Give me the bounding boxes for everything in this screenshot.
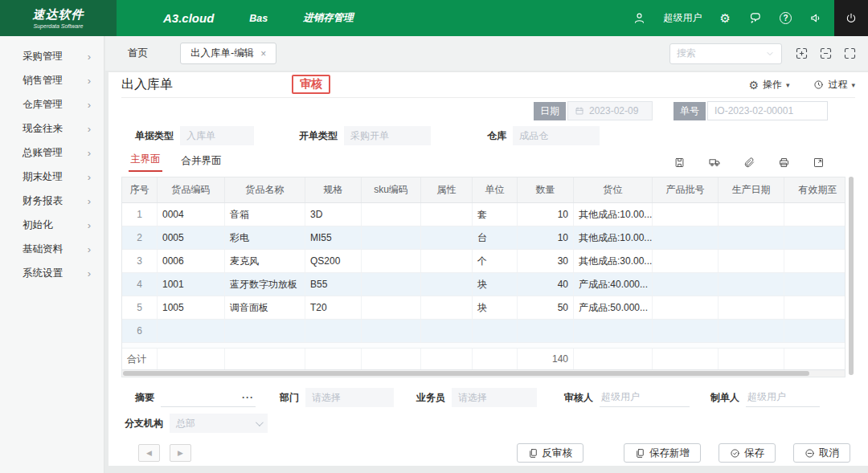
- table-cell: [784, 203, 845, 226]
- user-icon[interactable]: [633, 11, 646, 25]
- announcement-speaker-icon[interactable]: [809, 11, 823, 25]
- sidebar-item-label: 期末处理: [23, 170, 63, 184]
- table-cell: 1005: [158, 296, 225, 319]
- actions-dropdown[interactable]: ⚙ 操作 ▾: [748, 78, 789, 92]
- sidebar-item[interactable]: 仓库管理›: [0, 92, 104, 116]
- table-row[interactable]: 30006麦克风QS200个30其他成品:30.00...: [122, 250, 845, 273]
- save-button[interactable]: 保存: [719, 443, 776, 463]
- table-cell: [574, 349, 653, 369]
- table-row[interactable]: 20005彩电MI55台10其他成品:10.00...: [122, 226, 845, 250]
- sidebar-item[interactable]: 基础资料›: [0, 237, 104, 261]
- table-cell: [305, 320, 362, 342]
- warehouse-label: 仓库: [487, 129, 506, 143]
- help-icon[interactable]: ?: [780, 12, 792, 24]
- table-row[interactable]: 51005调音面板T20块50产成品:50.000...: [122, 296, 845, 320]
- column-header: 数量: [518, 177, 574, 202]
- horizontal-scrollbar-thumb[interactable]: [123, 371, 809, 376]
- sidebar-item[interactable]: 总账管理›: [0, 141, 104, 165]
- app-logo[interactable]: 速达软件 Superdata Software: [0, 0, 117, 36]
- tab-merged-view[interactable]: 合并界面: [180, 154, 223, 172]
- column-header: 规格: [305, 177, 362, 202]
- attachment-paperclip-icon[interactable]: [743, 157, 755, 169]
- delivery-truck-icon[interactable]: [708, 156, 721, 169]
- date-field[interactable]: 2023-02-09: [567, 101, 653, 120]
- table-cell: [518, 320, 574, 342]
- table-cell: [158, 349, 225, 369]
- table-cell: [421, 349, 473, 369]
- sidebar-item[interactable]: 期末处理›: [0, 165, 104, 189]
- logout-power-button[interactable]: [834, 0, 868, 36]
- auditor-input[interactable]: 超级用户: [600, 388, 690, 407]
- table-cell: 麦克风: [225, 250, 305, 272]
- next-record-button[interactable]: ▶: [170, 444, 191, 462]
- sidebar-item-label: 初始化: [23, 218, 53, 232]
- branch-select[interactable]: 总部: [170, 414, 268, 433]
- tab-home[interactable]: 首页: [128, 47, 148, 60]
- calendar-icon: [575, 106, 584, 116]
- current-username[interactable]: 超级用户: [664, 11, 702, 25]
- table-cell: [784, 296, 845, 319]
- table-cell: [784, 250, 845, 272]
- menu-search-select[interactable]: 搜索: [669, 43, 782, 64]
- table-cell: 块: [473, 273, 518, 296]
- table-cell: 140: [518, 349, 574, 369]
- document-copy-icon: [528, 448, 538, 459]
- sidebar-item[interactable]: 财务报表›: [0, 189, 104, 213]
- table-row[interactable]: 10004音箱3D套10其他成品:10.00...: [122, 203, 845, 226]
- tab-main-view[interactable]: 主界面: [129, 153, 162, 172]
- sidebar-item[interactable]: 销售管理›: [0, 68, 104, 92]
- table-cell: 其他成品:30.00...: [574, 250, 653, 272]
- expand-icon[interactable]: [813, 157, 825, 169]
- order-type-field[interactable]: 采购开单: [344, 126, 431, 145]
- settings-gear-icon[interactable]: ⚙: [720, 12, 731, 24]
- creator-input[interactable]: 超级用户: [746, 388, 820, 407]
- table-cell: 套: [473, 203, 518, 226]
- save-draft-icon[interactable]: [674, 157, 686, 169]
- print-icon[interactable]: [778, 157, 790, 169]
- tab-close-icon[interactable]: ×: [260, 48, 266, 59]
- fullscreen-icon[interactable]: [843, 47, 857, 60]
- table-cell: [719, 296, 784, 319]
- zoom-out-frame-icon[interactable]: [819, 47, 833, 60]
- table-cell: [653, 226, 719, 249]
- salesperson-select[interactable]: 请选择: [452, 388, 537, 407]
- table-cell: [784, 226, 845, 249]
- top-nav-bas[interactable]: Bas: [249, 13, 268, 24]
- vertical-scrollbar[interactable]: [849, 177, 854, 375]
- sidebar-item[interactable]: 初始化›: [0, 213, 104, 237]
- summary-input[interactable]: ···: [161, 388, 256, 407]
- process-dropdown[interactable]: 过程 ▾: [813, 78, 855, 92]
- table-cell: MI55: [305, 226, 362, 249]
- table-cell: 6: [122, 320, 158, 342]
- chevron-down-icon: [256, 418, 264, 426]
- docnumber-field[interactable]: IO-2023-02-00001: [707, 101, 828, 120]
- auditor-label: 审核人: [564, 391, 593, 405]
- table-cell: 4: [122, 273, 158, 296]
- table-row[interactable]: 41001蓝牙数字功放板B55块40产成品:40.000...: [122, 273, 845, 296]
- chat-icon[interactable]: [748, 11, 762, 25]
- table-cell: [421, 250, 473, 272]
- document-panel: 出入库单 审核 ⚙ 操作 ▾ 过程 ▾ 日期 2023-02-09 单号 IO-…: [108, 72, 868, 466]
- table-cell: 3: [122, 250, 158, 272]
- prev-record-button[interactable]: ◀: [138, 444, 160, 462]
- chevron-right-icon: ›: [88, 195, 91, 207]
- vertical-scrollbar-thumb[interactable]: [849, 177, 854, 375]
- zoom-in-frame-icon[interactable]: [795, 47, 809, 60]
- sidebar-item[interactable]: 采购管理›: [0, 44, 104, 68]
- table-row[interactable]: 6: [122, 320, 845, 343]
- product-name: A3.cloud: [163, 11, 214, 25]
- tab-active-document[interactable]: 出入库单-编辑 ×: [180, 43, 276, 64]
- table-cell: 5: [122, 296, 158, 319]
- warehouse-field[interactable]: 成品仓: [513, 126, 600, 145]
- cancel-button[interactable]: 取消: [793, 443, 850, 463]
- table-cell: [421, 320, 473, 342]
- unaudit-button[interactable]: 反审核: [517, 443, 584, 463]
- sidebar-item[interactable]: 系统设置›: [0, 261, 104, 285]
- summary-more-icon[interactable]: ···: [242, 392, 254, 403]
- save-and-new-button[interactable]: 保存新增: [624, 443, 701, 463]
- sidebar-item[interactable]: 现金往来›: [0, 116, 104, 141]
- top-nav-inventory[interactable]: 进销存管理: [303, 11, 354, 25]
- horizontal-scrollbar[interactable]: [122, 370, 845, 377]
- department-select[interactable]: 请选择: [305, 388, 394, 407]
- doc-type-field[interactable]: 入库单: [180, 126, 254, 145]
